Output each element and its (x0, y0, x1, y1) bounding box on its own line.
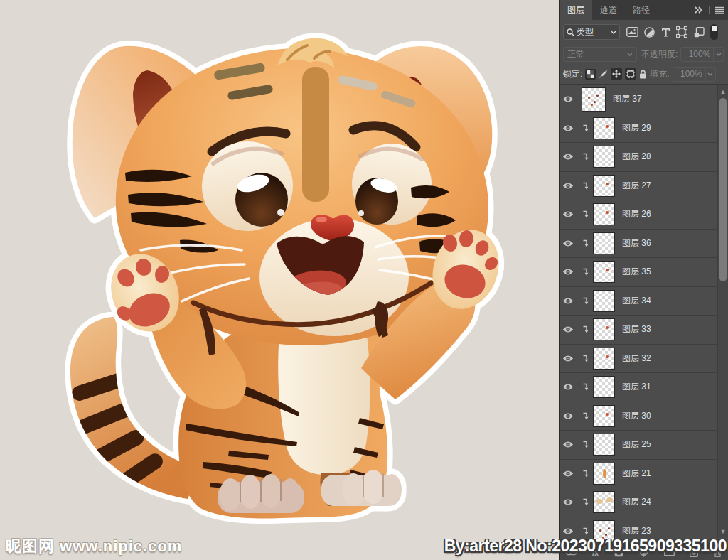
layer-name[interactable]: 图层 25 (622, 438, 651, 451)
layer-visibility-toggle[interactable] (560, 85, 577, 114)
lock-transparent-pixels-icon[interactable] (585, 69, 596, 80)
layer-name[interactable]: 图层 35 (622, 266, 651, 278)
clipping-mask-arrow-icon (577, 239, 593, 247)
layer-thumbnail[interactable] (593, 117, 615, 139)
panel-menu-icon[interactable] (711, 0, 728, 20)
layer-thumbnail[interactable] (593, 348, 615, 370)
layer-visibility-toggle[interactable] (560, 431, 577, 459)
layer-name[interactable]: 图层 30 (622, 410, 651, 422)
eye-icon (562, 210, 574, 218)
tab-channels[interactable]: 通道 (592, 0, 625, 20)
layer-row[interactable]: 图层 21 (560, 460, 728, 489)
layer-filter-row: 类型 (560, 20, 728, 44)
layer-thumbnail[interactable] (593, 290, 615, 312)
layer-visibility-toggle[interactable] (560, 373, 577, 402)
smart-object-filter-icon[interactable] (694, 27, 705, 38)
layer-name[interactable]: 图层 36 (622, 237, 651, 249)
layer-name[interactable]: 图层 27 (622, 180, 651, 192)
layer-name[interactable]: 图层 31 (622, 381, 651, 393)
layer-visibility-toggle[interactable] (560, 316, 577, 344)
layer-thumbnail[interactable] (593, 232, 615, 254)
filter-type-label: 类型 (577, 26, 609, 38)
layer-visibility-toggle[interactable] (560, 172, 577, 200)
layer-row[interactable]: 图层 27 (560, 172, 728, 201)
layer-row[interactable]: 图层 36 (560, 230, 728, 259)
chevron-down-icon (716, 53, 722, 56)
layer-visibility-toggle[interactable] (560, 200, 577, 229)
layer-name[interactable]: 图层 33 (622, 323, 651, 335)
layer-visibility-toggle[interactable] (560, 114, 577, 143)
layer-name[interactable]: 图层 34 (622, 295, 651, 307)
eye-icon (562, 239, 574, 247)
shape-layer-filter-icon[interactable] (676, 26, 687, 38)
layer-visibility-toggle[interactable] (560, 230, 577, 258)
layer-row[interactable]: 图层 28 (560, 143, 728, 172)
layer-visibility-toggle[interactable] (560, 143, 577, 171)
layer-name[interactable]: 图层 21 (622, 468, 651, 480)
layer-thumbnail[interactable] (593, 261, 615, 283)
fill-dropdown[interactable] (705, 67, 716, 82)
layer-thumbnail[interactable] (593, 318, 615, 340)
layer-name[interactable]: 图层 24 (622, 496, 651, 508)
layer-name[interactable]: 图层 26 (622, 208, 651, 220)
layer-row[interactable]: 图层 31 (560, 373, 728, 402)
layer-visibility-toggle[interactable] (560, 488, 577, 517)
lock-artboard-icon[interactable] (625, 68, 636, 80)
filter-toggle[interactable] (710, 24, 718, 40)
fill-value[interactable]: 100% (673, 67, 705, 82)
photoshop-window: 昵图网 www.nipic.com 图层 通道 路径 类型 (0, 0, 728, 560)
lock-all-icon[interactable] (639, 70, 647, 79)
layer-name[interactable]: 图层 32 (622, 352, 651, 365)
tab-layers[interactable]: 图层 (560, 0, 592, 20)
chevron-down-icon (611, 31, 616, 34)
scroll-up-icon[interactable]: ▲ (718, 87, 728, 97)
layer-thumbnail[interactable] (593, 203, 615, 225)
layer-row[interactable]: 图层 29 (560, 114, 728, 144)
layer-row[interactable]: 图层 34 (560, 287, 728, 316)
eye-icon (562, 441, 574, 448)
layer-thumbnail[interactable] (593, 175, 615, 197)
layer-row[interactable]: 图层 26 (560, 200, 728, 230)
blend-mode-select[interactable]: 正常 (563, 47, 637, 62)
layer-name[interactable]: 图层 23 (622, 525, 651, 537)
layer-row[interactable]: 图层 33 (560, 316, 728, 345)
filter-type-select[interactable]: 类型 (563, 24, 620, 40)
layer-visibility-toggle[interactable] (560, 460, 577, 488)
pixel-layer-filter-icon[interactable] (626, 27, 638, 37)
layer-visibility-toggle[interactable] (560, 402, 577, 431)
eye-icon (562, 470, 574, 478)
scrollbar-thumb[interactable] (719, 98, 727, 281)
layer-row[interactable]: 图层 30 (560, 402, 728, 431)
type-layer-filter-icon[interactable] (661, 28, 670, 37)
opacity-dropdown[interactable] (713, 47, 724, 62)
tab-paths[interactable]: 路径 (625, 0, 658, 20)
clipping-mask-arrow-icon (577, 297, 593, 305)
collapse-panel-icon[interactable] (690, 0, 707, 20)
lock-position-icon[interactable] (611, 68, 622, 80)
layer-visibility-toggle[interactable] (560, 258, 577, 286)
layers-scrollbar[interactable]: ▲ ▼ (717, 85, 728, 538)
layer-row[interactable]: 图层 25 (560, 431, 728, 460)
layer-thumbnail[interactable] (593, 146, 615, 168)
layer-row[interactable]: 图层 32 (560, 345, 728, 374)
layer-thumbnail[interactable] (582, 87, 606, 112)
layer-name[interactable]: 图层 37 (613, 93, 642, 105)
layer-visibility-toggle[interactable] (560, 287, 577, 316)
layer-row[interactable]: 图层 35 (560, 258, 728, 287)
layer-thumbnail[interactable] (593, 491, 615, 513)
adjustment-layer-filter-icon[interactable] (644, 27, 655, 38)
layer-row[interactable]: 图层 37 (560, 85, 728, 114)
layer-row[interactable]: 图层 24 (560, 488, 728, 517)
layer-thumbnail[interactable] (593, 434, 615, 456)
layer-thumbnail[interactable] (593, 463, 615, 485)
layer-thumbnail[interactable] (593, 376, 615, 398)
layer-thumbnail[interactable] (593, 405, 615, 427)
clipping-mask-arrow-icon (577, 268, 593, 276)
opacity-value[interactable]: 100% (680, 47, 713, 62)
scroll-down-icon[interactable]: ▼ (718, 527, 728, 537)
layer-name[interactable]: 图层 29 (622, 122, 651, 134)
lock-image-pixels-icon[interactable] (599, 70, 608, 79)
layer-visibility-toggle[interactable] (560, 345, 577, 373)
canvas-area[interactable]: 昵图网 www.nipic.com (0, 0, 559, 560)
layer-name[interactable]: 图层 28 (622, 151, 651, 163)
